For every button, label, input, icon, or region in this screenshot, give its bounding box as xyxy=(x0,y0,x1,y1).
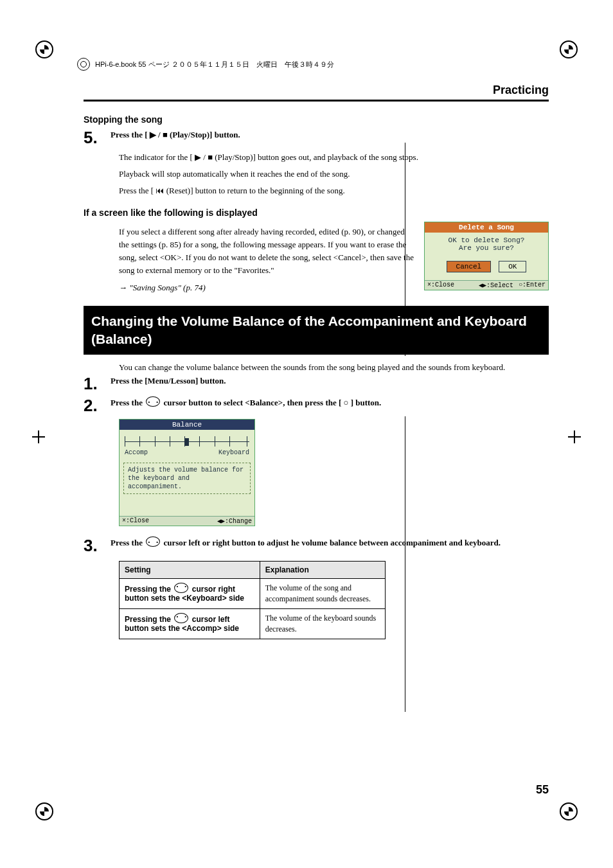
cursor-icon xyxy=(174,613,188,623)
lcd-balance-foot-close: ×:Close xyxy=(122,517,149,525)
table-row1-explanation: The volume of the song and accompaniment… xyxy=(260,579,385,609)
ifscreen-paragraph: If you select a different song after alr… xyxy=(119,226,414,278)
balance-label-keyboard: Keyboard xyxy=(218,449,249,456)
step-number-2: 2. xyxy=(84,396,111,415)
table-row: Pressing the cursor left button sets the… xyxy=(120,608,386,639)
balance-label-accomp: Accomp xyxy=(125,449,148,456)
step5-body-line3: Press the [ ⏮ (Reset)] button to return … xyxy=(119,184,549,197)
lcd-delete-title: Delete a Song xyxy=(425,222,548,233)
balance-slider xyxy=(125,436,249,448)
table-header-explanation: Explanation xyxy=(260,562,385,579)
column-divider xyxy=(405,416,405,712)
print-info-text: HPi-6-e.book 55 ページ ２００５年１１月１５日 火曜日 午後３時… xyxy=(95,60,334,69)
balance-intro: You can change the volume balance betwee… xyxy=(119,361,549,374)
step-number-5: 5. xyxy=(84,128,111,147)
section-banner-balance: Changing the Volume Balance of the Accom… xyxy=(84,306,549,355)
step5-instruction: Press the [ ▶ / ■ (Play/Stop)] button. xyxy=(111,128,549,141)
step3-instruction: Press the cursor left or right button to… xyxy=(111,536,549,549)
lcd-balance-screen: Balance Accomp Keyboard Adjusts the volu… xyxy=(119,419,255,526)
step-number-3: 3. xyxy=(84,536,111,555)
lcd-delete-line2: Are you sure? xyxy=(427,244,546,252)
binder-ring-icon xyxy=(77,58,90,71)
cursor-icon xyxy=(146,396,160,407)
lcd-foot-close: ×:Close xyxy=(425,281,457,290)
lcd-balance-foot-change: ◀▶:Change xyxy=(217,517,252,525)
step5-body-line2: Playback will stop automatically when it… xyxy=(119,168,549,181)
cursor-icon xyxy=(174,583,188,593)
lcd-cancel-button: Cancel xyxy=(447,261,492,272)
ifscreen-crossref: → "Saving Songs" (p. 74) xyxy=(119,281,414,294)
table-row2-setting: Pressing the cursor left button sets the… xyxy=(120,608,260,639)
print-job-header: HPi-6-e.book 55 ページ ２００５年１１月１５日 火曜日 午後３時… xyxy=(77,58,334,71)
lcd-ok-button: OK xyxy=(499,261,526,272)
heading-ifscreen: If a screen like the following is displa… xyxy=(84,208,549,218)
chapter-header: Practicing xyxy=(84,84,549,97)
step5-body-line1: The indicator for the [ ▶ / ■ (Play/Stop… xyxy=(119,151,549,164)
lcd-balance-desc: Adjusts the volume balance for the keybo… xyxy=(123,463,251,494)
table-row1-setting: Pressing the cursor right button sets th… xyxy=(120,579,260,609)
lcd-foot-select: ◀▶:Select xyxy=(476,281,516,290)
header-divider xyxy=(84,100,549,102)
heading-stopping: Stopping the song xyxy=(84,114,549,125)
step-number-1: 1. xyxy=(84,375,111,393)
settings-table: Setting Explanation Pressing the cursor … xyxy=(119,561,386,639)
table-row2-explanation: The volume of the keyboard sounds decrea… xyxy=(260,608,385,639)
lcd-delete-dialog: Delete a Song OK to delete Song? Are you… xyxy=(424,222,549,290)
page-number: 55 xyxy=(536,783,549,797)
table-header-setting: Setting xyxy=(120,562,260,579)
column-divider xyxy=(405,143,405,356)
step1-instruction: Press the [Menu/Lesson] button. xyxy=(111,375,549,387)
table-row: Pressing the cursor right button sets th… xyxy=(120,579,386,609)
lcd-delete-line1: OK to delete Song? xyxy=(427,236,546,244)
lcd-balance-title: Balance xyxy=(120,420,254,430)
lcd-foot-enter: ○:Enter xyxy=(516,281,548,290)
step2-instruction: Press the cursor button to select <Balan… xyxy=(111,396,549,409)
cursor-icon xyxy=(146,536,160,547)
